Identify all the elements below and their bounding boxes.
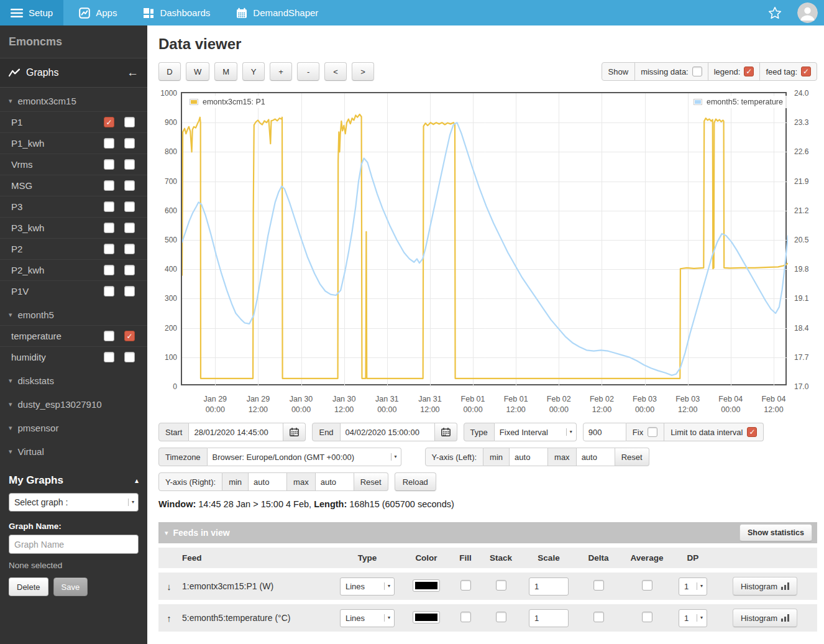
graph-name-input[interactable] (9, 535, 139, 554)
feeds-panel-header[interactable]: ▾ Feeds in view Show statistics (158, 522, 817, 543)
user-avatar[interactable] (797, 2, 818, 23)
end-calendar-button[interactable] (435, 423, 457, 441)
show-statistics-button[interactable]: Show statistics (739, 524, 812, 541)
feed-MSG-left-axis-checkbox[interactable] (104, 180, 114, 191)
histogram-button[interactable]: Histogram (733, 609, 797, 627)
fix-checkbox[interactable] (648, 427, 657, 437)
nav-item-demandshaper[interactable]: DemandShaper (226, 0, 329, 25)
y-axis-left-tick: 600 (158, 206, 177, 216)
feed-group-diskstats[interactable]: ▾diskstats (0, 367, 147, 391)
feed-color-swatch[interactable] (413, 579, 440, 592)
yaxis-left-min-input[interactable] (510, 448, 548, 466)
interval-input[interactable] (583, 423, 626, 441)
feed-P1-right-axis-checkbox[interactable] (124, 117, 135, 127)
stack-checkbox[interactable] (496, 580, 506, 591)
feed-temperature-right-axis-checkbox[interactable] (124, 331, 135, 341)
limit-to-data-interval-checkbox[interactable] (747, 427, 757, 437)
feed-group-emonth5[interactable]: ▾emonth5 (0, 301, 147, 325)
feed-P2_kwh-right-axis-checkbox[interactable] (124, 265, 135, 275)
delta-checkbox[interactable] (593, 580, 604, 591)
feed-P1_kwh-right-axis-checkbox[interactable] (124, 138, 135, 149)
show-feed-tag-checkbox[interactable] (801, 67, 811, 76)
sidebar-item-graphs[interactable]: Graphs ← (0, 58, 147, 88)
x-tick-time: 12:00 (233, 405, 283, 415)
yaxis-right-max-input[interactable] (316, 472, 354, 491)
feed-P1_kwh-left-axis-checkbox[interactable] (104, 138, 114, 149)
scale-input[interactable] (529, 577, 569, 596)
zoom-in-button[interactable]: + (270, 62, 292, 81)
feed-P1V-right-axis-checkbox[interactable] (124, 286, 135, 297)
feed-P3_kwh-left-axis-checkbox[interactable] (104, 223, 114, 233)
histogram-button[interactable]: Histogram (733, 577, 797, 596)
delete-graph-button[interactable]: Delete (9, 577, 48, 596)
plot-type-select[interactable]: Lines▾ (340, 577, 395, 596)
plot-area[interactable] (181, 92, 787, 385)
average-checkbox[interactable] (642, 580, 652, 591)
star-icon[interactable] (767, 6, 782, 21)
feed-group-Virtual[interactable]: ▾Virtual (0, 438, 147, 462)
plot-type-select[interactable]: Lines▾ (340, 609, 395, 627)
show-legend-checkbox[interactable] (744, 67, 754, 76)
my-graphs-header[interactable]: My Graphs ▴ (0, 466, 147, 493)
feed-P3-right-axis-checkbox[interactable] (124, 201, 135, 212)
feed-P2-left-axis-checkbox[interactable] (104, 244, 114, 254)
move-feed-up-button[interactable]: ↑ (158, 604, 180, 632)
chart-canvas[interactable] (182, 93, 788, 387)
feed-Vrms-right-axis-checkbox[interactable] (124, 159, 135, 170)
start-time-input[interactable] (189, 423, 283, 441)
save-graph-button[interactable]: Save (53, 577, 88, 596)
week-button[interactable]: W (186, 62, 209, 81)
timezone-select[interactable]: Browser: Europe/London (GMT +00:00) ▾ (208, 448, 401, 466)
dp-select[interactable]: 1▾ (679, 609, 707, 627)
feed-P2-right-axis-checkbox[interactable] (124, 244, 135, 254)
scale-input[interactable] (529, 609, 569, 627)
feed-color-swatch[interactable] (413, 611, 440, 623)
feed-humidity-right-axis-checkbox[interactable] (124, 352, 135, 362)
fill-checkbox[interactable] (460, 580, 471, 591)
feed-Vrms-left-axis-checkbox[interactable] (104, 159, 114, 170)
feed-humidity-left-axis-checkbox[interactable] (104, 352, 114, 362)
yaxis-left-reset-button[interactable]: Reset (615, 448, 649, 466)
average-checkbox[interactable] (642, 612, 652, 622)
collapse-sidebar-icon[interactable]: ← (127, 66, 139, 80)
select-graph-dropdown[interactable]: Select graph : ▾ (9, 493, 139, 512)
feed-P2_kwh-left-axis-checkbox[interactable] (104, 265, 114, 275)
delta-checkbox[interactable] (593, 612, 604, 622)
reload-button[interactable]: Reload (395, 472, 436, 491)
feed-P3_kwh-right-axis-checkbox[interactable] (124, 223, 135, 233)
end-group: End (312, 423, 457, 441)
feed-group-pmsensor[interactable]: ▾pmsensor (0, 415, 147, 438)
yaxis-left-max-input[interactable] (577, 448, 615, 466)
feed-P1V-left-axis-checkbox[interactable] (104, 286, 114, 297)
pan-left-button[interactable]: < (324, 62, 347, 81)
feed-temperature-left-axis-checkbox[interactable] (104, 331, 114, 341)
fill-checkbox[interactable] (460, 612, 471, 622)
nav-item-apps[interactable]: Apps (68, 0, 127, 25)
pan-right-button[interactable]: > (352, 62, 374, 81)
feed-MSG-right-axis-checkbox[interactable] (124, 180, 135, 191)
feed-group-dusty_esp13027910[interactable]: ▾dusty_esp13027910 (0, 391, 147, 415)
move-feed-down-button[interactable]: ↓ (158, 573, 180, 600)
nav-item-dashboards[interactable]: Dashboards (132, 0, 221, 25)
zoom-out-button[interactable]: - (297, 62, 319, 81)
feed-group-emontx3cm15[interactable]: ▾emontx3cm15 (0, 88, 147, 111)
year-button[interactable]: Y (242, 62, 265, 81)
end-time-input[interactable] (341, 423, 435, 441)
y-axis-left-tick: 500 (158, 235, 177, 245)
feed-P1-left-axis-checkbox[interactable] (104, 117, 114, 127)
start-calendar-button[interactable] (283, 423, 306, 441)
interval-type-select[interactable]: Fixed Interval ▾ (495, 423, 577, 441)
nav-item-setup[interactable]: Setup (0, 0, 63, 25)
yaxis-right-min-input[interactable] (249, 472, 287, 491)
feed-P3-left-axis-checkbox[interactable] (104, 201, 114, 212)
y-axis-left-tick: 200 (158, 323, 177, 333)
yaxis-right-reset-button[interactable]: Reset (354, 472, 388, 491)
day-button[interactable]: D (158, 62, 181, 81)
stack-checkbox[interactable] (496, 612, 506, 622)
feed-row-P3_kwh: P3_kwh (0, 217, 147, 238)
feed-list: ▾emontx3cm15P1P1_kwhVrmsMSGP3P3_kwhP2P2_… (0, 88, 147, 462)
length-label: Length: (314, 499, 347, 509)
dp-select[interactable]: 1▾ (679, 577, 707, 596)
show-missing-data-checkbox[interactable] (692, 67, 702, 76)
month-button[interactable]: M (214, 62, 237, 81)
